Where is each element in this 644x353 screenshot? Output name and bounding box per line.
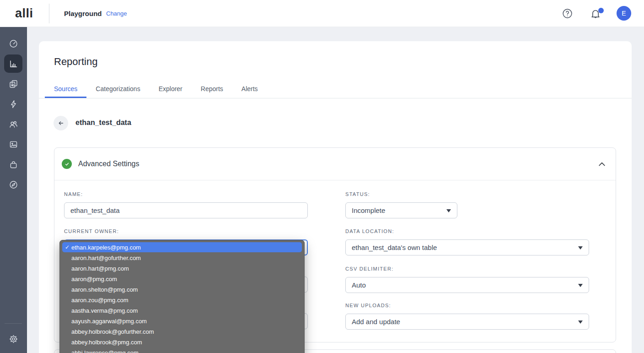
owner-option-email: aaron.hart@gofurther.com [71, 255, 141, 261]
owner-option-email: aaron@pmg.com [71, 276, 117, 282]
page-title: Reporting [54, 56, 97, 68]
tab-categorizations[interactable]: Categorizations [86, 82, 149, 98]
new-uploads-select[interactable]: Add and update [345, 314, 589, 330]
dashboard-icon[interactable] [4, 34, 22, 53]
caret-down-icon [578, 320, 583, 324]
top-header: alli Playground Change E [0, 0, 644, 27]
csv-delimiter-select[interactable]: Auto [345, 277, 589, 293]
image-icon[interactable] [4, 135, 22, 153]
owner-option[interactable]: aaron.hart@gofurther.com [60, 253, 304, 263]
chevron-up-icon[interactable] [597, 160, 606, 169]
owner-option[interactable]: abbey.holbrook@pmg.com [60, 337, 304, 348]
tab-bar: SourcesCategorizationsExplorerReportsAle… [45, 82, 267, 98]
current-owner-label: CURRENT OWNER: [64, 228, 119, 234]
owner-option-email: abbey.holbrook@gofurther.com [71, 328, 154, 335]
arrow-left-icon [57, 119, 65, 127]
check-icon: ✓ [65, 244, 71, 250]
back-button[interactable] [54, 116, 68, 130]
panel-header-rule [54, 180, 616, 180]
owner-option-email: abbey.holbrook@pmg.com [71, 339, 142, 346]
owner-option-email: abhi.lawrence@pmg.com [71, 349, 139, 353]
owner-option-email: aastha.verma@pmg.com [71, 307, 138, 314]
csv-delimiter-value: Auto [352, 281, 366, 289]
shopping-bag-icon[interactable] [4, 155, 22, 174]
name-label: NAME: [64, 191, 83, 197]
sidebar-divider [5, 323, 22, 324]
owner-option[interactable]: abhi.lawrence@pmg.com [60, 348, 304, 353]
user-avatar[interactable]: E [617, 6, 631, 21]
tab-sources[interactable]: Sources [45, 82, 86, 98]
owner-option-email: aaron.shelton@pmg.com [71, 286, 138, 293]
new-uploads-label: NEW UPLOADS: [345, 303, 391, 308]
audience-icon[interactable] [4, 115, 22, 133]
gear-icon[interactable] [4, 330, 22, 348]
owner-option[interactable]: aastha.verma@pmg.com [60, 305, 304, 316]
status-label: STATUS: [345, 191, 370, 197]
csv-delimiter-label: CSV DELIMITER: [345, 266, 394, 272]
green-check-icon [62, 159, 72, 169]
source-name: ethan_test_data [75, 119, 131, 127]
tasks-icon[interactable] [4, 75, 22, 93]
sidebar-nav [0, 27, 27, 353]
tab-bar-rule [39, 98, 632, 98]
new-uploads-value: Add and update [352, 318, 400, 326]
tab-explorer[interactable]: Explorer [150, 82, 192, 98]
owner-option[interactable]: aaron.zou@pmg.com [60, 295, 304, 305]
data-location-label: DATA LOCATION: [345, 228, 394, 234]
reporting-icon[interactable] [4, 54, 22, 73]
owner-option-email: aayush.aggarwal@pmg.com [71, 318, 147, 325]
data-location-value: ethan_test_data's own table [352, 244, 437, 251]
tab-alerts[interactable]: Alerts [232, 82, 267, 98]
tab-reports[interactable]: Reports [192, 82, 232, 98]
status-select[interactable]: Incomplete [345, 202, 457, 218]
owner-option[interactable]: abbey.holbrook@gofurther.com [60, 326, 304, 337]
caret-down-icon [578, 246, 583, 250]
caret-down-icon [446, 209, 451, 212]
help-icon[interactable] [562, 8, 573, 19]
header-divider [49, 4, 49, 23]
owner-option[interactable]: aaron.hart@pmg.com [60, 263, 304, 274]
status-value: Incomplete [352, 206, 385, 214]
workspace-name: Playground [64, 0, 102, 27]
owner-option[interactable]: aaron.shelton@pmg.com [60, 284, 304, 295]
name-input[interactable] [64, 202, 308, 218]
owner-option[interactable]: aayush.aggarwal@pmg.com [60, 316, 304, 326]
compass-icon[interactable] [4, 175, 22, 194]
owner-option-email: ethan.karpeles@pmg.com [71, 244, 141, 251]
notification-badge [598, 8, 604, 13]
panel-title: Advanced Settings [78, 160, 139, 168]
owner-option[interactable]: ✓ethan.karpeles@pmg.com [62, 242, 302, 252]
owner-option[interactable]: aaron@pmg.com [60, 274, 304, 284]
app-window: alli Playground Change E [0, 0, 644, 353]
lightning-icon[interactable] [4, 95, 22, 113]
data-location-select[interactable]: ethan_test_data's own table [345, 239, 589, 255]
alli-logo[interactable]: alli [15, 0, 33, 27]
change-workspace-link[interactable]: Change [106, 0, 127, 27]
owner-dropdown-list: ✓ethan.karpeles@pmg.comaaron.hart@gofurt… [59, 240, 305, 353]
owner-option-email: aaron.hart@pmg.com [71, 265, 129, 272]
avatar-initial: E [622, 10, 626, 17]
caret-down-icon [578, 284, 583, 287]
owner-option-email: aaron.zou@pmg.com [71, 297, 128, 304]
